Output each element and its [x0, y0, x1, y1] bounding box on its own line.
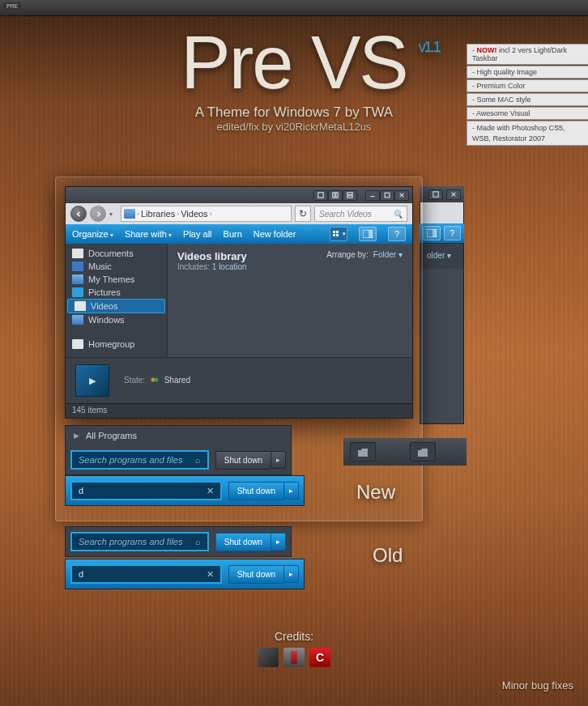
- layout-icon[interactable]: [313, 190, 328, 201]
- sidebar-item-mythemes[interactable]: My Themes: [66, 273, 167, 286]
- title-text: Pre VS: [181, 21, 407, 104]
- svg-rect-11: [333, 234, 335, 236]
- search-icon: ⌕: [195, 537, 201, 547]
- chevron-right-icon[interactable]: ▸: [283, 565, 299, 583]
- theme-name: Pre VS v1.1: [181, 29, 407, 96]
- burn-button[interactable]: Burn: [224, 229, 242, 239]
- close-button[interactable]: [394, 190, 409, 201]
- start-search-input[interactable]: d✕: [70, 481, 222, 500]
- start-menu-footer-new: ▶All Programs Search programs and files⌕…: [65, 425, 292, 475]
- sharewith-button[interactable]: Share with: [125, 229, 172, 239]
- sidebar-item-videos[interactable]: Videos: [67, 299, 165, 313]
- promo-top-bar: PRE: [0, 0, 588, 16]
- preview-pane-button[interactable]: [359, 227, 377, 241]
- shutdown-button[interactable]: Shut down▸: [228, 564, 299, 584]
- back-button[interactable]: [70, 206, 87, 222]
- minor-bugfix-label: Minor bug fixes: [502, 679, 573, 691]
- arrange-by[interactable]: Arrange by: Folder ▾: [326, 250, 403, 259]
- clear-icon[interactable]: ✕: [207, 569, 214, 580]
- content-pane: Videos library Includes: 1 location Arra…: [167, 244, 412, 357]
- playall-button[interactable]: Play all: [183, 229, 211, 239]
- credits-block: Credits: C: [0, 630, 588, 667]
- pre-badge: PRE: [3, 2, 21, 10]
- close-button[interactable]: [446, 189, 461, 200]
- chevron-right-icon: ▶: [74, 432, 79, 440]
- pictures-icon: [72, 287, 83, 297]
- command-bar: Organize Share with Play all Burn New fo…: [66, 224, 412, 244]
- item-count: 145 items: [72, 406, 107, 415]
- locations-link[interactable]: 1 location: [212, 262, 247, 271]
- history-dropdown[interactable]: ▾: [109, 211, 117, 218]
- credit-icon[interactable]: [283, 648, 305, 667]
- label-old: Old: [373, 544, 403, 567]
- library-thumbnail: [75, 364, 109, 397]
- explorer-window: ▾ › Libraries › Videos › ↻ Search Videos…: [65, 186, 413, 419]
- layout-icon[interactable]: [328, 190, 343, 201]
- nav-pane: Documents Music My Themes Pictures Video…: [66, 244, 167, 357]
- feature-item: - Some MAC style: [467, 93, 588, 106]
- feature-item: - Made with Photoshop CS5, WSB, Restorat…: [467, 121, 588, 146]
- credit-icon[interactable]: C: [309, 648, 330, 667]
- crumb-root[interactable]: Libraries: [141, 209, 175, 219]
- start-search-input[interactable]: Search programs and files⌕: [70, 450, 209, 470]
- view-mode-button[interactable]: ▾: [330, 227, 347, 241]
- chevron-right-icon[interactable]: ▸: [283, 482, 299, 500]
- window-titlebar[interactable]: [66, 187, 412, 203]
- sidebar-item-music[interactable]: Music: [66, 260, 167, 273]
- shutdown-button[interactable]: Shut down▸: [215, 450, 286, 470]
- taskbar-explorer-icon[interactable]: [410, 442, 436, 461]
- now-badge: NOW!: [477, 46, 497, 54]
- svg-rect-3: [318, 193, 323, 198]
- shutdown-button[interactable]: Shut down▸: [228, 481, 299, 500]
- help-button[interactable]: ?: [388, 227, 406, 241]
- chevron-right-icon[interactable]: ▸: [271, 533, 286, 551]
- sidebar-item-windows[interactable]: Windows: [66, 313, 167, 326]
- library-icon: [124, 209, 135, 219]
- music-icon: [72, 262, 83, 271]
- videos-icon: [75, 301, 86, 311]
- sidebar-item-homegroup[interactable]: Homegroup: [66, 338, 167, 351]
- maximize-button[interactable]: [380, 190, 394, 201]
- taskbar-explorer-icon[interactable]: [350, 442, 376, 461]
- breadcrumb[interactable]: › Libraries › Videos ›: [121, 206, 292, 222]
- start-menu-footer-new-active: d✕ Shut down▸: [65, 475, 305, 506]
- forward-button[interactable]: [90, 206, 106, 222]
- newfolder-button[interactable]: New folder: [254, 229, 296, 239]
- chevron-right-icon[interactable]: ▸: [271, 451, 286, 469]
- preview-pane-icon[interactable]: [423, 226, 441, 240]
- feature-list: - NOW! incl 2 vers Light/Dark Taskbar - …: [467, 44, 588, 147]
- svg-point-16: [154, 378, 158, 382]
- layout-icon[interactable]: [343, 190, 357, 201]
- help-icon[interactable]: ?: [444, 226, 462, 240]
- status-bar: 145 items: [66, 403, 412, 418]
- crumb-current[interactable]: Videos: [181, 209, 207, 219]
- details-pane: State: Shared: [66, 357, 412, 403]
- start-search-input[interactable]: Search programs and files⌕: [70, 532, 209, 551]
- search-placeholder: Search Videos: [319, 210, 372, 219]
- taskbar-new[interactable]: [343, 438, 467, 466]
- shutdown-button[interactable]: Shut down▸: [215, 532, 286, 551]
- minimize-button[interactable]: [365, 190, 380, 201]
- credit-icon[interactable]: [258, 648, 279, 667]
- feature-item: - Awesome Visual: [467, 107, 588, 120]
- sidebar-item-documents[interactable]: Documents: [66, 247, 167, 260]
- svg-rect-7: [347, 196, 352, 198]
- shared-icon: [150, 376, 160, 385]
- organize-button[interactable]: Organize: [72, 229, 113, 239]
- feature-item: - Premium Color: [467, 79, 588, 92]
- search-input[interactable]: Search Videos 🔍: [314, 206, 407, 222]
- svg-rect-14: [369, 230, 373, 238]
- maximize-button[interactable]: [428, 189, 443, 200]
- refresh-button[interactable]: ↻: [295, 206, 311, 222]
- all-programs[interactable]: ▶All Programs: [66, 426, 291, 445]
- svg-rect-6: [347, 193, 352, 194]
- start-menu-footer-old-active: d✕ Shut down▸: [65, 559, 305, 589]
- start-search-input[interactable]: d✕: [70, 564, 222, 584]
- svg-rect-12: [336, 234, 339, 236]
- sidebar-item-pictures[interactable]: Pictures: [66, 286, 167, 299]
- svg-rect-10: [336, 231, 339, 233]
- label-new: New: [356, 481, 395, 504]
- search-icon: ⌕: [195, 455, 201, 465]
- background-window: ? older ▾: [420, 186, 464, 424]
- clear-icon[interactable]: ✕: [207, 486, 214, 496]
